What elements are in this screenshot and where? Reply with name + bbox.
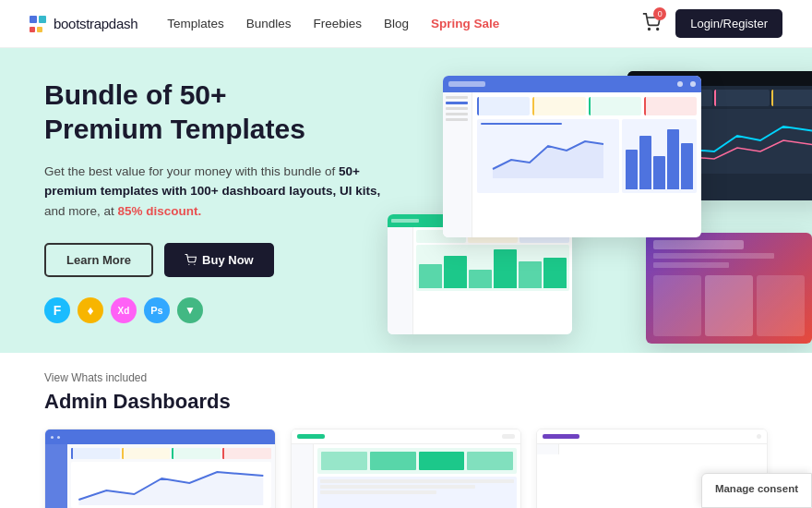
- navbar-left: bootstrapdash Templates Bundles Freebies…: [30, 16, 499, 32]
- figma-icon: F: [44, 297, 70, 323]
- logo-square-br: [37, 27, 42, 32]
- logo-icon: [30, 16, 46, 32]
- navbar-right: 0 Login/Register: [642, 9, 782, 38]
- svg-point-1: [657, 28, 659, 30]
- svg-point-3: [194, 264, 195, 265]
- svg-point-0: [649, 28, 651, 30]
- navbar: bootstrapdash Templates Bundles Freebies…: [0, 0, 812, 48]
- dashboard-preview-bottom-right: [646, 233, 812, 344]
- cart-button[interactable]: 0: [642, 13, 661, 35]
- buy-now-button[interactable]: Buy Now: [164, 243, 274, 277]
- nav-bundles[interactable]: Bundles: [246, 17, 292, 30]
- hero-desc: Get the best value for your money with t…: [44, 162, 395, 222]
- section-title: Admin Dashboards: [44, 390, 768, 414]
- logo-square-tr: [39, 16, 46, 23]
- logo-square-bl: [30, 27, 35, 32]
- nav-spring-sale[interactable]: Spring Sale: [431, 17, 499, 30]
- cookie-consent-banner[interactable]: Manage consent: [701, 473, 812, 508]
- cart-badge: 0: [653, 7, 666, 20]
- preview-card-2[interactable]: [291, 429, 522, 508]
- xd-icon: Xd: [111, 297, 137, 323]
- sketch-icon: ♦: [78, 297, 103, 323]
- hero-title: Bundle of 50+ Premium Templates: [44, 78, 395, 147]
- photoshop-icon: Ps: [144, 297, 170, 323]
- hero-section: Bundle of 50+ Premium Templates Get the …: [0, 48, 812, 353]
- tool-icons: F ♦ Xd Ps ▼: [44, 297, 395, 323]
- logo[interactable]: bootstrapdash: [30, 16, 137, 32]
- login-button[interactable]: Login/Register: [675, 9, 782, 38]
- hero-images: [388, 67, 812, 353]
- nav-links: Templates Bundles Freebies Blog Spring S…: [167, 17, 499, 30]
- section-label: View Whats included: [44, 371, 768, 384]
- cart-icon-small: [185, 254, 197, 266]
- nav-blog[interactable]: Blog: [384, 17, 409, 30]
- preview-card-1[interactable]: [44, 429, 276, 508]
- logo-square-tl: [30, 16, 37, 23]
- hero-buttons: Learn More Buy Now: [44, 243, 395, 277]
- hero-content: Bundle of 50+ Premium Templates Get the …: [44, 78, 395, 324]
- preview-cards-row: [44, 429, 768, 508]
- nav-templates[interactable]: Templates: [167, 17, 224, 30]
- learn-more-button[interactable]: Learn More: [44, 243, 153, 277]
- cookie-title: Manage consent: [715, 483, 798, 494]
- nav-freebies[interactable]: Freebies: [314, 17, 363, 30]
- svg-point-2: [188, 264, 189, 265]
- dashboard-preview-main: [443, 76, 701, 237]
- logo-text: bootstrapdash: [54, 16, 137, 31]
- lower-section: View Whats included Admin Dashboards: [0, 353, 812, 508]
- vue-icon: ▼: [177, 297, 203, 323]
- svg-marker-5: [78, 472, 263, 505]
